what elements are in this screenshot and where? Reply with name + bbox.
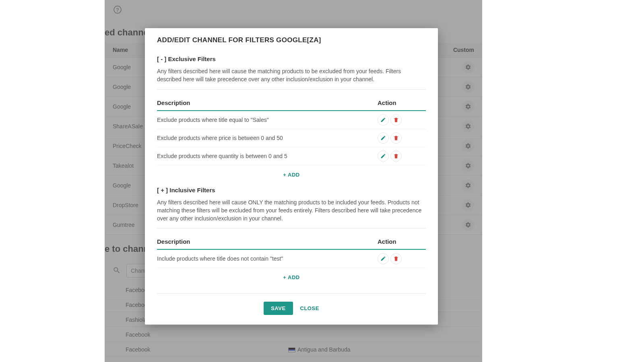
edit-icon[interactable]: [378, 253, 389, 264]
filter-row: Exclude products where title equal to "S…: [157, 111, 426, 129]
add-inclusive-filter-button[interactable]: + ADD: [157, 268, 426, 284]
inclusive-filters-table: Description Action Include products wher…: [157, 235, 426, 268]
inclusive-col-description: Description: [157, 235, 378, 249]
filter-description: Exclude products where title equal to "S…: [157, 111, 378, 129]
modal-title: ADD/EDIT CHANNEL FOR FILTERS GOOGLE[ZA]: [157, 36, 426, 44]
delete-icon[interactable]: [390, 150, 402, 162]
delete-icon[interactable]: [390, 132, 402, 144]
filter-row: Exclude products where price is between …: [157, 129, 426, 147]
delete-icon[interactable]: [390, 253, 402, 264]
filter-row: Exclude products where quantity is betwe…: [157, 147, 426, 165]
add-exclusive-filter-button[interactable]: + ADD: [157, 165, 426, 182]
inclusive-col-action: Action: [378, 235, 426, 249]
exclusive-description: Any filters described here will cause th…: [157, 67, 426, 90]
close-button[interactable]: CLOSE: [300, 305, 319, 311]
filter-description: Include products where title does not co…: [157, 249, 378, 268]
exclusive-col-action: Action: [378, 96, 426, 111]
exclusive-filters-table: Description Action Exclude products wher…: [157, 96, 426, 165]
exclusive-col-description: Description: [157, 96, 378, 111]
filter-description: Exclude products where price is between …: [157, 129, 378, 147]
inclusive-heading: [ + ] Inclusive Filters: [157, 187, 426, 193]
edit-icon[interactable]: [378, 150, 389, 162]
filter-row: Include products where title does not co…: [157, 249, 426, 268]
exclusive-heading: [ - ] Exclusive Filters: [157, 56, 426, 62]
delete-icon[interactable]: [390, 114, 402, 125]
edit-icon[interactable]: [378, 114, 389, 125]
save-button[interactable]: SAVE: [264, 302, 293, 315]
edit-icon[interactable]: [378, 132, 389, 144]
inclusive-description: Any filters described here will cause ON…: [157, 198, 426, 229]
filter-description: Exclude products where quantity is betwe…: [157, 147, 378, 165]
filters-modal: ADD/EDIT CHANNEL FOR FILTERS GOOGLE[ZA] …: [145, 28, 438, 325]
